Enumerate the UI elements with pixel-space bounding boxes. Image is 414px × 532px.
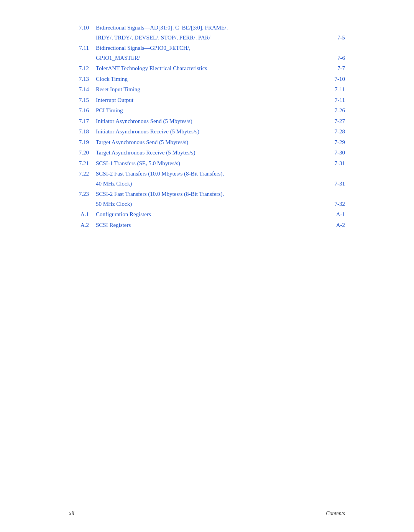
toc-label: Initiator Asynchronous Receive (5 Mbytes… [96,127,322,137]
toc-label: PCI Timing [96,106,322,116]
page: 7.10Bidirectional Signals—AD[31:0], C_BE… [0,0,414,532]
toc-section: 7.17Initiator Asynchronous Send (5 Mbyte… [69,117,345,126]
toc-number: 7.22 [69,169,96,179]
table-row: 7.23SCSI-2 Fast Transfers (10.0 Mbytes/s… [69,189,345,199]
toc-number: 7.20 [69,148,96,158]
toc-page: 7-6 [322,53,345,63]
toc-number: 7.18 [69,127,96,137]
toc-label-continuation: GPIO1_MASTER/ [96,53,322,63]
toc-page: A-2 [322,220,345,230]
toc-section: A.1Configuration RegistersA-1 [69,210,345,220]
toc-section: 7.23SCSI-2 Fast Transfers (10.0 Mbytes/s… [69,189,345,209]
table-row: 7.15Interrupt Output7-11 [69,95,345,105]
table-row: 7.18Initiator Asynchronous Receive (5 Mb… [69,127,345,137]
toc-number: A.2 [69,220,96,230]
toc-page: 7-32 [322,199,345,209]
toc-page: 7-28 [322,127,345,137]
toc-label: Clock Timing [96,74,322,84]
toc-page: 7-26 [322,106,345,116]
toc-continuation-row: 7.2240 MHz Clock)7-31 [69,179,345,189]
toc-number: 7.23 [69,189,96,199]
toc-page: 7-31 [322,179,345,189]
toc-section: 7.14Reset Input Timing7-11 [69,85,345,95]
toc-section: 7.21SCSI-1 Transfers (SE, 5.0 Mbytes/s)7… [69,159,345,169]
toc-page: 7-27 [322,117,345,126]
toc-page: 7-10 [322,74,345,84]
toc-page: 7-11 [322,85,345,95]
table-row: 7.20Target Asynchronous Receive (5 Mbyte… [69,148,345,158]
toc-number: 7.11 [69,43,96,53]
toc-section: 7.16PCI Timing7-26 [69,106,345,116]
toc-continuation-row: 7.11GPIO1_MASTER/7-6 [69,53,345,63]
toc-number: 7.21 [69,159,96,169]
toc-section: 7.18Initiator Asynchronous Receive (5 Mb… [69,127,345,137]
toc-label: TolerANT Technology Electrical Character… [96,64,322,74]
toc-continuation-row: 7.10IRDY/, TRDY/, DEVSEL/, STOP/, PERR/,… [69,33,345,43]
toc-content: 7.10Bidirectional Signals—AD[31:0], C_BE… [69,23,345,230]
table-row: 7.22SCSI-2 Fast Transfers (10.0 Mbytes/s… [69,169,345,179]
toc-label-continuation: 50 MHz Clock) [96,199,322,209]
table-row: 7.11Bidirectional Signals—GPIO0_FETCH/, [69,43,345,53]
toc-section: 7.10Bidirectional Signals—AD[31:0], C_BE… [69,23,345,43]
toc-page: A-1 [322,210,345,220]
toc-number: 7.15 [69,95,96,105]
toc-label: Bidirectional Signals—AD[31:0], C_BE/[3:… [96,23,345,33]
toc-section: 7.22SCSI-2 Fast Transfers (10.0 Mbytes/s… [69,169,345,189]
toc-label: Configuration Registers [96,210,322,220]
table-row: 7.14Reset Input Timing7-11 [69,85,345,95]
table-row: 7.12TolerANT Technology Electrical Chara… [69,64,345,74]
toc-label-continuation: 40 MHz Clock) [96,179,322,189]
table-row: A.2SCSI RegistersA-2 [69,220,345,230]
toc-label: SCSI-2 Fast Transfers (10.0 Mbytes/s (8-… [96,189,345,199]
toc-page: 7-30 [322,148,345,158]
toc-page: 7-11 [322,95,345,105]
toc-number: 7.17 [69,117,96,126]
toc-label: SCSI Registers [96,220,322,230]
toc-number: 7.14 [69,85,96,95]
footer-title: Contents [326,511,345,517]
toc-number: 7.12 [69,64,96,74]
toc-page: 7-5 [322,33,345,43]
toc-section: 7.19Target Asynchronous Send (5 Mbytes/s… [69,138,345,148]
toc-section: 7.11Bidirectional Signals—GPIO0_FETCH/,7… [69,43,345,63]
toc-continuation-row: 7.2350 MHz Clock)7-32 [69,199,345,209]
toc-number: A.1 [69,210,96,220]
toc-label: SCSI-1 Transfers (SE, 5.0 Mbytes/s) [96,159,322,169]
toc-page: 7-29 [322,138,345,148]
toc-section: 7.15Interrupt Output7-11 [69,95,345,105]
toc-label: Reset Input Timing [96,85,322,95]
footer: xii Contents [69,511,345,517]
toc-section: 7.13Clock Timing7-10 [69,74,345,84]
toc-page: 7-31 [322,159,345,169]
toc-number: 7.10 [69,23,96,33]
table-row: 7.17Initiator Asynchronous Send (5 Mbyte… [69,117,345,126]
toc-label: Interrupt Output [96,95,322,105]
toc-label: Initiator Asynchronous Send (5 Mbytes/s) [96,117,322,126]
toc-number: 7.16 [69,106,96,116]
toc-label: Bidirectional Signals—GPIO0_FETCH/, [96,43,345,53]
toc-number: 7.19 [69,138,96,148]
toc-number: 7.13 [69,74,96,84]
toc-section: A.2SCSI RegistersA-2 [69,220,345,230]
toc-page: 7-7 [322,64,345,74]
table-row: 7.10Bidirectional Signals—AD[31:0], C_BE… [69,23,345,33]
footer-page-number: xii [69,511,74,517]
table-row: A.1Configuration RegistersA-1 [69,210,345,220]
table-row: 7.21SCSI-1 Transfers (SE, 5.0 Mbytes/s)7… [69,159,345,169]
toc-section: 7.12TolerANT Technology Electrical Chara… [69,64,345,74]
table-row: 7.13Clock Timing7-10 [69,74,345,84]
toc-label: SCSI-2 Fast Transfers (10.0 Mbytes/s (8-… [96,169,345,179]
table-row: 7.16PCI Timing7-26 [69,106,345,116]
toc-label: Target Asynchronous Send (5 Mbytes/s) [96,138,322,148]
toc-label-continuation: IRDY/, TRDY/, DEVSEL/, STOP/, PERR/, PAR… [96,33,322,43]
toc-label: Target Asynchronous Receive (5 Mbytes/s) [96,148,322,158]
toc-section: 7.20Target Asynchronous Receive (5 Mbyte… [69,148,345,158]
table-row: 7.19Target Asynchronous Send (5 Mbytes/s… [69,138,345,148]
